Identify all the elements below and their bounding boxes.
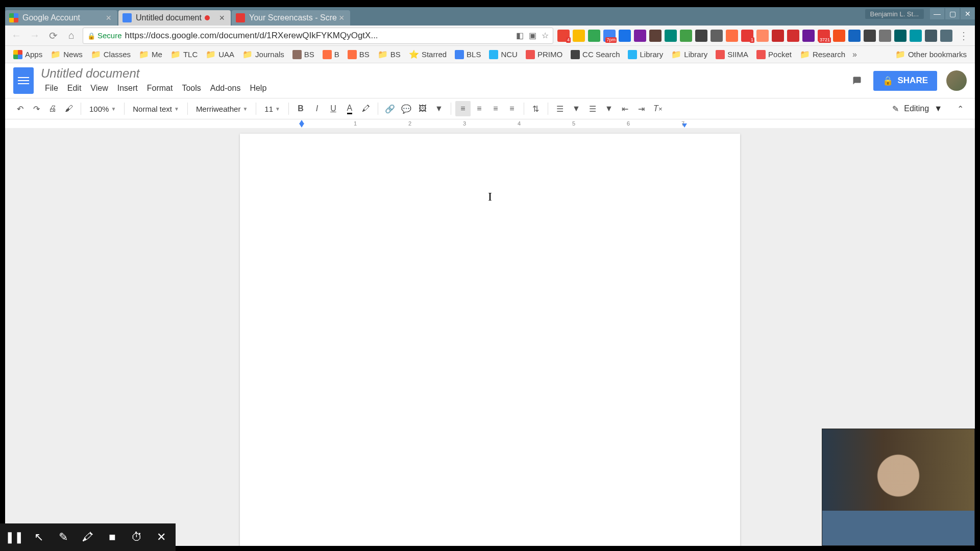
bookmark-item[interactable]: Pocket [753,48,795,61]
align-center-button[interactable]: ≡ [472,101,487,116]
bulleted-list-button[interactable]: ☰ [585,101,600,116]
styles-select[interactable]: Normal text▼ [129,105,183,113]
browser-tab[interactable]: Google Account × [5,10,117,26]
bookmark-item[interactable]: SIIMA [713,48,751,61]
extension-icon[interactable] [802,30,815,42]
editing-mode-select[interactable]: ✎ Editing ▼ [887,102,947,116]
bookmark-item[interactable]: 📁UAA [203,47,237,61]
comments-button[interactable] [850,73,864,88]
bookmark-item[interactable]: B [320,48,342,61]
menu-insert[interactable]: Insert [113,82,142,95]
collapse-toolbar-button[interactable]: ⌃ [952,101,968,116]
bookmark-item[interactable]: 📁Me [136,47,165,61]
extension-icon[interactable] [787,30,799,42]
bookmark-item[interactable]: Apps [10,48,45,61]
recorder-close-button[interactable]: ✕ [149,523,174,551]
extension-icon[interactable] [619,30,631,42]
font-size-select[interactable]: 11▼ [260,105,284,113]
bookmark-item[interactable]: NCU [486,48,521,61]
bookmark-item[interactable]: 📁Journals [239,47,287,61]
bookmarks-overflow-button[interactable]: » [852,50,857,59]
bookmark-item[interactable]: BS [289,48,317,61]
extension-icon[interactable] [833,30,845,42]
bookmark-item[interactable]: Library [625,48,666,61]
extension-icon[interactable]: 3721 [818,30,830,42]
extension-icon[interactable] [665,30,677,42]
clear-formatting-button[interactable]: T× [650,101,666,116]
cast-icon[interactable]: ◧ [516,31,524,40]
bookmark-item[interactable]: BS [345,48,373,61]
numbered-list-dropdown[interactable]: ▼ [569,101,584,116]
extension-icon[interactable] [756,30,769,42]
other-bookmarks-button[interactable]: 📁Other bookmarks [892,47,970,61]
font-select[interactable]: Merriweather▼ [192,105,252,113]
indent-marker-left-bottom-icon[interactable] [299,123,304,128]
menu-help[interactable]: Help [246,82,271,95]
underline-button[interactable]: U [326,101,341,116]
present-icon[interactable]: ▣ [529,31,536,40]
bookmark-item[interactable]: 📁Library [668,47,710,61]
bookmark-item[interactable]: BLS [452,48,484,61]
tab-close-icon[interactable]: × [337,13,347,23]
extension-icon[interactable] [588,30,600,42]
browser-menu-button[interactable]: ⋮ [957,29,971,43]
paint-format-button[interactable]: 🖌 [61,101,77,116]
menu-add-ons[interactable]: Add-ons [206,82,245,95]
extension-icon[interactable]: 7pm [603,30,616,42]
omnibox[interactable]: Secure https://docs.google.com/document/… [83,28,553,44]
ruler[interactable]: 1234567 [5,119,975,129]
window-close-button[interactable]: ✕ [961,8,975,19]
menu-format[interactable]: Format [143,82,177,95]
extension-icon[interactable] [772,30,784,42]
insert-image-button[interactable]: 🖼 [415,101,430,116]
text-color-button[interactable]: A [342,101,357,116]
menu-file[interactable]: File [41,82,62,95]
extension-icon[interactable] [573,30,585,42]
increase-indent-button[interactable]: ⇥ [634,101,649,116]
document-page[interactable]: I [240,134,740,546]
docs-logo-icon[interactable] [13,67,34,94]
bookmark-item[interactable]: 📁Classes [88,47,134,61]
window-minimize-button[interactable]: — [930,8,944,19]
document-title[interactable]: Untitled document [41,66,271,81]
recorder-highlighter-button[interactable]: 🖍 [76,523,100,551]
bookmark-item[interactable]: PRIMO [523,48,566,61]
extension-icon[interactable] [726,30,738,42]
print-button[interactable]: 🖨 [45,101,60,116]
zoom-select[interactable]: 100%▼ [85,105,120,113]
extension-icon[interactable] [649,30,662,42]
undo-button[interactable]: ↶ [12,101,28,116]
extension-icon[interactable] [910,30,922,42]
insert-comment-button[interactable]: 💬 [399,101,414,116]
home-button[interactable]: ⌂ [64,29,79,43]
extension-icon[interactable] [634,30,646,42]
align-left-button[interactable]: ≡ [455,101,471,116]
extension-icon[interactable] [710,30,723,42]
recorder-pen-button[interactable]: ✎ [51,523,76,551]
extension-icon[interactable] [848,30,861,42]
insert-image-dropdown[interactable]: ▼ [431,101,447,116]
menu-tools[interactable]: Tools [178,82,205,95]
extension-icon[interactable]: 4 [557,30,570,42]
webcam-overlay[interactable] [822,429,975,546]
align-justify-button[interactable]: ≡ [504,101,520,116]
browser-tab-active[interactable]: Untitled document × [118,10,231,26]
share-button[interactable]: 🔒 SHARE [873,71,937,91]
bookmark-item[interactable]: ⭐Starred [406,47,450,61]
extension-icon[interactable] [940,30,952,42]
bold-button[interactable]: B [293,101,308,116]
recorder-video-button[interactable]: ■ [100,523,125,551]
bookmark-item[interactable]: 📁News [47,47,86,61]
avatar[interactable] [946,70,967,91]
numbered-list-button[interactable]: ☰ [552,101,568,116]
recorder-timer-button[interactable]: ⏱ [125,523,149,551]
line-spacing-button[interactable]: ⇅ [528,101,544,116]
menu-view[interactable]: View [86,82,112,95]
insert-link-button[interactable]: 🔗 [382,101,398,116]
recorder-pointer-button[interactable]: ↖ [27,523,51,551]
star-icon[interactable]: ☆ [542,31,549,40]
reload-button[interactable]: ⟳ [46,29,60,43]
forward-button[interactable]: → [28,29,42,43]
italic-button[interactable]: I [309,101,325,116]
bookmark-item[interactable]: CC Search [568,48,623,61]
